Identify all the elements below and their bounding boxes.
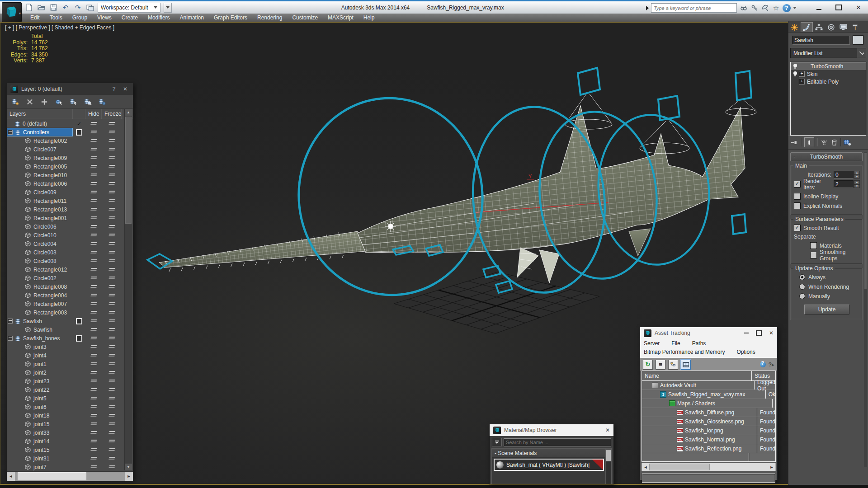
- freeze-toggle[interactable]: [108, 448, 115, 451]
- hide-toggle[interactable]: [90, 328, 97, 331]
- tab-create[interactable]: [788, 22, 801, 32]
- asset-menu-bitmap-performance-and-memory[interactable]: Bitmap Performance and Memory: [644, 349, 725, 355]
- freeze-toggle[interactable]: [108, 397, 115, 400]
- object-row[interactable]: Rectangle003: [7, 308, 125, 317]
- select-layer-button[interactable]: [68, 97, 78, 106]
- object-row[interactable]: joint15: [7, 446, 125, 454]
- asset-menu-options[interactable]: Options: [736, 349, 755, 355]
- table-view-button[interactable]: [681, 360, 691, 370]
- freeze-toggle[interactable]: [108, 405, 115, 408]
- materials-checkbox[interactable]: [810, 242, 817, 249]
- scroll-down-icon[interactable]: ▼: [125, 464, 132, 470]
- hide-toggle[interactable]: [90, 380, 97, 383]
- object-row[interactable]: joint7: [7, 463, 125, 471]
- asset-menu-file[interactable]: File: [671, 340, 680, 347]
- render-iters-spinner[interactable]: ▲▼: [854, 180, 860, 188]
- object-row[interactable]: Circle004: [7, 239, 125, 248]
- hide-toggle[interactable]: [90, 165, 97, 168]
- hide-toggle[interactable]: [90, 148, 97, 151]
- freeze-toggle[interactable]: [108, 216, 115, 220]
- web-help-icon[interactable]: ?: [760, 361, 766, 367]
- layer-box-icon[interactable]: [76, 335, 82, 342]
- freeze-toggle[interactable]: [108, 319, 115, 323]
- layer-box-icon[interactable]: [76, 318, 82, 324]
- object-row[interactable]: Sawfish: [7, 325, 125, 334]
- hide-toggle[interactable]: [90, 294, 97, 297]
- asset-menu-paths[interactable]: Paths: [692, 340, 706, 347]
- viewport-label[interactable]: [ + ] [ Perspective ] [ Shaded + Edged F…: [5, 24, 114, 31]
- render-iters-checkbox[interactable]: ✓: [794, 181, 801, 188]
- freeze-toggle[interactable]: [108, 156, 115, 160]
- hide-toggle[interactable]: [90, 388, 97, 391]
- hide-toggle[interactable]: [90, 174, 97, 177]
- hide-toggle[interactable]: [90, 182, 97, 185]
- freeze-toggle[interactable]: [108, 431, 115, 434]
- object-row[interactable]: joint33: [7, 428, 125, 437]
- column-layers[interactable]: Layers: [7, 109, 73, 119]
- object-row[interactable]: joint18: [7, 411, 125, 420]
- freeze-toggle[interactable]: [108, 199, 115, 202]
- hide-toggle[interactable]: [90, 277, 97, 280]
- rollout-scrollbar[interactable]: [864, 152, 867, 467]
- freeze-toggle[interactable]: [108, 457, 115, 460]
- layer-row[interactable]: 0 (default)✓: [7, 119, 125, 128]
- object-row[interactable]: joint15: [7, 420, 125, 428]
- scroll-right-icon[interactable]: ►: [768, 465, 775, 469]
- object-row[interactable]: joint14: [7, 437, 125, 446]
- minimize-button[interactable]: [813, 3, 825, 12]
- collapse-icon[interactable]: [8, 130, 13, 135]
- scene-materials-section[interactable]: - Scene Materials: [492, 449, 607, 458]
- hide-toggle[interactable]: [90, 362, 97, 366]
- object-row[interactable]: joint4: [7, 351, 125, 360]
- layer-list-vscrollbar[interactable]: ▲ ▼: [124, 109, 132, 470]
- object-row[interactable]: joint22: [7, 385, 125, 394]
- asset-row[interactable]: PNGSawfish_Glossiness.pngFound: [642, 417, 775, 426]
- object-row[interactable]: Rectangle013: [7, 205, 125, 214]
- set-project-folder-button[interactable]: [85, 3, 94, 12]
- hide-toggle[interactable]: [90, 234, 97, 237]
- new-file-button[interactable]: [24, 3, 33, 12]
- tab-modify[interactable]: [801, 22, 813, 32]
- hide-toggle[interactable]: [90, 139, 97, 142]
- hide-toggle[interactable]: [90, 397, 97, 400]
- list-view-button[interactable]: ≡: [656, 360, 665, 370]
- hide-toggle[interactable]: [90, 465, 97, 469]
- object-row[interactable]: Rectangle005: [7, 162, 125, 171]
- radio-manually[interactable]: Manually: [794, 291, 860, 301]
- hide-toggle[interactable]: [90, 216, 97, 220]
- favorites-star-icon[interactable]: ☆: [772, 4, 780, 12]
- freeze-toggle[interactable]: [108, 139, 115, 142]
- menu-rendering[interactable]: Rendering: [252, 14, 287, 22]
- menu-create[interactable]: Create: [117, 14, 143, 22]
- redo-button[interactable]: ↷: [73, 3, 82, 12]
- hide-toggle[interactable]: [90, 319, 97, 323]
- iterations-field[interactable]: 0: [834, 171, 854, 178]
- freeze-toggle[interactable]: [108, 422, 115, 426]
- freeze-toggle[interactable]: [108, 225, 115, 228]
- refresh-button[interactable]: ↻: [643, 360, 653, 370]
- asset-row[interactable]: 3Sawfish_Rigged_max_vray.maxOk: [642, 390, 775, 399]
- hide-toggle[interactable]: [90, 337, 97, 340]
- freeze-toggle[interactable]: [108, 294, 115, 297]
- hide-toggle[interactable]: [90, 251, 97, 254]
- asset-row[interactable]: Maps / Shaders: [642, 399, 775, 408]
- open-file-button[interactable]: [37, 3, 46, 12]
- object-row[interactable]: Rectangle012: [7, 265, 125, 274]
- menu-help[interactable]: Help: [359, 14, 380, 22]
- close-button[interactable]: ✕: [853, 3, 864, 12]
- menu-animation[interactable]: Animation: [175, 14, 209, 22]
- infocenter-collapse-icon[interactable]: [646, 6, 649, 10]
- freeze-toggle[interactable]: [108, 311, 115, 314]
- hide-toggle[interactable]: [90, 302, 97, 305]
- freeze-toggle[interactable]: [108, 268, 115, 271]
- asset-row[interactable]: PNGSawfish_Normal.pngFound: [642, 435, 775, 444]
- hide-toggle[interactable]: [90, 199, 97, 202]
- hide-toggle[interactable]: [90, 440, 97, 443]
- freeze-toggle[interactable]: [108, 345, 115, 348]
- freeze-toggle[interactable]: [108, 234, 115, 237]
- render-iters-field[interactable]: 2: [834, 180, 854, 188]
- isoline-checkbox[interactable]: [794, 193, 801, 200]
- freeze-toggle[interactable]: [108, 259, 115, 263]
- remove-modifier-button[interactable]: [831, 138, 838, 147]
- object-row[interactable]: joint5: [7, 394, 125, 403]
